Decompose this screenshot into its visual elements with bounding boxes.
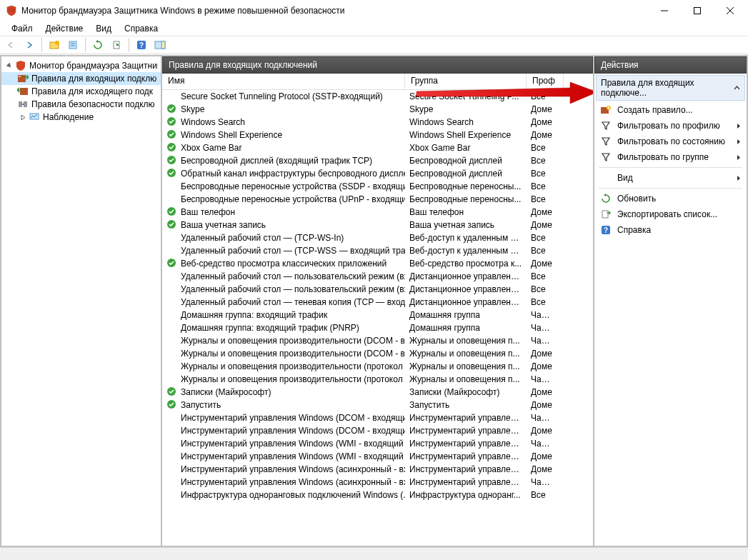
column-group[interactable]: Группа <box>405 74 527 89</box>
rule-row[interactable]: Записки (Майкрософт)Записки (Майкрософт)… <box>162 386 593 399</box>
rule-status-icon <box>166 399 178 411</box>
action-help[interactable]: ? Справка <box>596 222 745 238</box>
rule-row[interactable]: Домашняя группа: входящий трафикДомашняя… <box>162 309 593 321</box>
rule-row[interactable]: ЗапуститьЗапуститьДоме <box>162 399 593 411</box>
back-button[interactable] <box>3 37 19 53</box>
rule-row[interactable]: Беспроводной дисплей (входящий трафик TC… <box>162 154 593 167</box>
submenu-arrow-icon <box>737 123 741 129</box>
tree-item-outbound[interactable]: Правила для исходящего подк <box>1 85 161 98</box>
expand-icon[interactable] <box>17 114 29 121</box>
rule-profile: Доме <box>527 400 558 410</box>
rule-profile: Доме <box>527 117 558 127</box>
rule-row[interactable]: Обратный канал инфраструктуры беспроводн… <box>162 167 593 180</box>
rule-row[interactable]: Secure Socket Tunneling Protocol (SSTP-в… <box>162 90 593 103</box>
rule-row[interactable]: Инфраструктура одноранговых подключений … <box>162 489 593 501</box>
tree-item-connection-security[interactable]: Правила безопасности подклю <box>1 98 161 111</box>
rule-group: Журналы и оповещения п... <box>405 361 527 371</box>
rule-row[interactable]: Удаленный рабочий стол — пользовательски… <box>162 270 593 283</box>
actions-section-title[interactable]: Правила для входящих подключе... <box>596 75 745 101</box>
rule-row[interactable]: Веб-средство просмотра классических прил… <box>162 257 593 270</box>
rule-name: Инструментарий управления Windows (DCOM … <box>181 426 405 436</box>
action-refresh[interactable]: Обновить <box>596 191 745 206</box>
rule-row[interactable]: Инструментарий управления Windows (DCOM … <box>162 411 593 424</box>
rule-row[interactable]: Удаленный рабочий стол — (TCP-WSS — вход… <box>162 244 593 257</box>
status-bar <box>0 547 748 560</box>
list-pane: Правила для входящих подключений Имя Гру… <box>161 55 594 547</box>
rule-row[interactable]: Домашняя группа: входящий трафик (PNRP)Д… <box>162 321 593 334</box>
rule-name: Ваша учетная запись <box>181 220 266 230</box>
collapse-icon[interactable] <box>734 85 740 91</box>
rule-row[interactable]: Журналы и оповещения производительности … <box>162 373 593 386</box>
list-hscrollbar[interactable] <box>162 534 593 546</box>
rule-row[interactable]: Журналы и оповещения производительности … <box>162 334 593 347</box>
rule-row[interactable]: SkypeSkypeДоме <box>162 103 593 116</box>
rules-list[interactable]: Secure Socket Tunneling Protocol (SSTP-в… <box>162 90 593 534</box>
rule-group: Беспроводной дисплей <box>405 156 527 166</box>
rule-status-icon <box>166 142 178 154</box>
rule-row[interactable]: Журналы и оповещения производительности … <box>162 360 593 373</box>
maximize-button[interactable] <box>681 0 714 21</box>
column-name[interactable]: Имя <box>162 74 405 89</box>
rule-profile: Доме <box>527 361 558 371</box>
tree-root[interactable]: Монитор брандмауэра Защитника <box>1 59 161 72</box>
rule-row[interactable]: Инструментарий управления Windows (WMI -… <box>162 437 593 450</box>
rule-row[interactable]: Инструментарий управления Windows (асинх… <box>162 463 593 476</box>
menu-view[interactable]: Вид <box>90 22 117 35</box>
action-filter-group[interactable]: Фильтровать по группе <box>596 149 745 165</box>
nav-tree[interactable]: Монитор брандмауэра Защитника Правила дл… <box>1 56 161 534</box>
rule-row[interactable]: Инструментарий управления Windows (асинх… <box>162 476 593 489</box>
rule-row[interactable]: Windows Shell ExperienceWindows Shell Ex… <box>162 129 593 141</box>
svg-rect-19 <box>24 101 27 107</box>
column-profile[interactable]: Проф <box>527 74 564 89</box>
close-button[interactable] <box>714 0 747 21</box>
rule-group: Xbox Game Bar <box>405 143 527 153</box>
monitoring-icon <box>29 111 40 123</box>
menu-file[interactable]: Файл <box>6 22 39 35</box>
expand-icon[interactable] <box>4 63 15 69</box>
rule-status-icon <box>166 181 178 192</box>
action-export[interactable]: Экспортировать список... <box>596 206 745 222</box>
firewall-icon <box>15 60 26 71</box>
rule-row[interactable]: Удаленный рабочий стол — (TCP-WS-In)Веб-… <box>162 231 593 244</box>
details-pane-button[interactable] <box>152 37 168 53</box>
rule-name: Удаленный рабочий стол — теневая копия (… <box>181 297 405 307</box>
tree-item-inbound[interactable]: Правила для входящих подклю <box>1 72 161 85</box>
minimize-button[interactable] <box>648 0 681 21</box>
rule-name: Запустить <box>181 400 221 410</box>
action-filter-profile[interactable]: Фильтровать по профилю <box>596 118 745 134</box>
app-icon <box>6 5 17 16</box>
action-view[interactable]: Вид <box>596 170 745 186</box>
rule-row[interactable]: Инструментарий управления Windows (WMI -… <box>162 450 593 463</box>
refresh-button[interactable] <box>90 37 106 53</box>
svg-rect-17 <box>20 88 28 95</box>
rule-row[interactable]: Ваш телефонВаш телефонДоме <box>162 206 593 219</box>
export-button[interactable] <box>109 37 124 53</box>
rule-row[interactable]: Беспроводные переносные устройства (SSDP… <box>162 180 593 193</box>
help-button[interactable]: ? <box>134 37 149 53</box>
rule-row[interactable]: Удаленный рабочий стол — теневая копия (… <box>162 296 593 309</box>
forward-button[interactable] <box>21 37 37 53</box>
rule-row[interactable]: Xbox Game BarXbox Game BarВсе <box>162 141 593 154</box>
menu-help[interactable]: Справка <box>119 22 164 35</box>
submenu-arrow-icon <box>737 154 741 161</box>
rule-name: Журналы и оповещения производительности … <box>181 361 405 371</box>
rule-row[interactable]: Журналы и оповещения производительности … <box>162 347 593 360</box>
main-area: Монитор брандмауэра Защитника Правила дл… <box>0 54 748 547</box>
menu-action[interactable]: Действие <box>40 22 89 35</box>
rule-profile: Частн <box>527 413 558 423</box>
action-new-rule[interactable]: Создать правило... <box>596 102 745 118</box>
action-filter-state[interactable]: Фильтровать по состоянию <box>596 134 745 149</box>
rule-row[interactable]: Инструментарий управления Windows (DCOM … <box>162 424 593 437</box>
rule-status-icon <box>166 104 178 115</box>
rule-row[interactable]: Удаленный рабочий стол — пользовательски… <box>162 283 593 296</box>
rule-profile: Все <box>527 284 558 294</box>
filter-button[interactable] <box>65 37 81 53</box>
rule-profile: Частн <box>527 439 558 449</box>
rule-row[interactable]: Ваша учетная записьВаша учетная записьДо… <box>162 219 593 231</box>
tree-hscrollbar[interactable] <box>1 534 161 546</box>
tree-item-monitoring[interactable]: Наблюдение <box>1 111 161 124</box>
rule-group: Беспроводные переносны... <box>405 194 527 204</box>
rule-row[interactable]: Беспроводные переносные устройства (UPnP… <box>162 193 593 206</box>
new-rule-button[interactable] <box>46 37 62 53</box>
rule-row[interactable]: Windows SearchWindows SearchДоме <box>162 116 593 129</box>
